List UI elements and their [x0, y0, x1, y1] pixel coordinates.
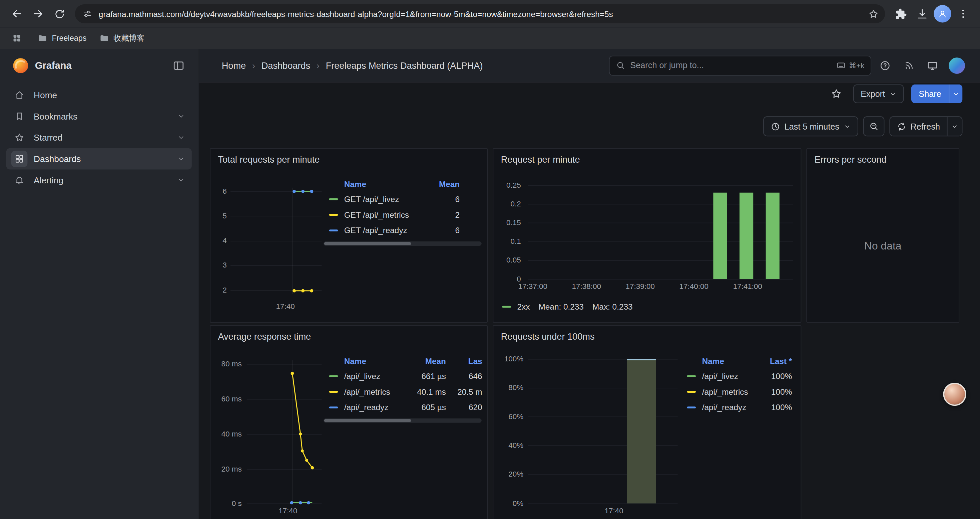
favorite-dashboard-button[interactable] [827, 85, 846, 103]
sidebar-item-home[interactable]: Home [6, 85, 192, 106]
display-button[interactable] [923, 56, 943, 75]
sidebar-item-dashboards[interactable]: Dashboards [6, 148, 192, 170]
legend-row[interactable]: GET /api/_readyz 6 [323, 223, 482, 238]
back-button[interactable] [6, 3, 28, 24]
expand-alerting-button[interactable] [173, 172, 189, 188]
breadcrumb-home[interactable]: Home [222, 61, 246, 70]
panel-title[interactable]: Errors per second [815, 155, 886, 164]
panel-title[interactable]: Total requests per minute [218, 155, 320, 164]
export-button[interactable]: Export [853, 85, 904, 103]
legend-header-name[interactable]: Name [323, 179, 366, 188]
downloads-button[interactable] [911, 3, 932, 24]
extensions-button[interactable] [890, 3, 911, 24]
legend-header-mean[interactable]: Mean [402, 356, 446, 366]
share-menu-button[interactable] [949, 85, 963, 103]
legend-header-last[interactable]: Last * [770, 356, 792, 366]
legend-row[interactable]: GET /api/_livez 6 [323, 192, 482, 207]
series-name[interactable]: /api/_livez [702, 371, 738, 381]
series-name[interactable]: GET /api/_metrics [344, 210, 409, 219]
legend-row[interactable]: /api/_livez 100% [681, 368, 792, 384]
home-icon [11, 87, 28, 103]
bar-2xx[interactable] [766, 193, 780, 279]
grafana-logo[interactable] [12, 57, 29, 74]
series-name[interactable]: /api/_readyz [702, 403, 746, 412]
series-name[interactable]: /api/_readyz [344, 403, 388, 412]
bar-under-100ms[interactable] [627, 359, 656, 504]
breadcrumb-dashboards[interactable]: Dashboards [261, 61, 310, 70]
panel-title[interactable]: Request per minute [501, 155, 580, 164]
bar-2xx[interactable] [713, 193, 727, 279]
legend-header-last[interactable]: Las [455, 356, 482, 366]
user-avatar[interactable] [949, 57, 965, 73]
expand-dashboards-button[interactable] [173, 151, 189, 167]
legend-item-2xx[interactable]: 2xx [502, 302, 530, 311]
bookmark-star-button[interactable] [865, 6, 881, 22]
expand-bookmarks-button[interactable] [173, 108, 189, 125]
y-tick: 40% [493, 442, 523, 449]
scrollbar-thumb[interactable] [324, 419, 411, 422]
zoom-out-button[interactable] [863, 116, 884, 136]
reload-icon [53, 8, 65, 20]
bookmark-folder-freeleaps[interactable]: Freeleaps [37, 33, 86, 43]
refresh-interval-button[interactable] [947, 117, 962, 136]
address-bar[interactable]: grafana.mathmast.com/d/deytv4rwavabkb/fr… [75, 4, 885, 23]
series-name[interactable]: GET /api/_readyz [344, 226, 407, 235]
scrollbar-thumb[interactable] [324, 242, 411, 245]
legend-row[interactable]: /api/_readyz 605 µs 620 [323, 400, 482, 415]
y-tick: 80% [493, 384, 523, 391]
refresh-button[interactable]: Refresh [890, 117, 947, 136]
sidebar-collapse-button[interactable] [169, 56, 188, 75]
reload-button[interactable] [49, 3, 70, 24]
panel-title[interactable]: Average response time [218, 331, 311, 341]
bell-icon [11, 172, 28, 188]
chevron-down-icon [951, 123, 958, 130]
keyboard-icon [836, 61, 846, 70]
news-button[interactable] [899, 56, 919, 75]
series-mean: 6 [455, 226, 482, 235]
bar-2xx[interactable] [740, 193, 753, 279]
legend-row[interactable]: /api/_readyz 100% [681, 400, 792, 415]
y-tick: 6 [210, 188, 227, 195]
panel-total-requests: Total requests per minute 6 5 4 3 2 [210, 148, 488, 323]
panel-avg-response-time: Average response time 80 ms 60 ms 40 ms … [210, 325, 488, 519]
legend-header-name[interactable]: Name [323, 356, 366, 366]
breadcrumb-current: Freeleaps Metrics Dashboard (ALPHA) [326, 61, 483, 70]
url-text[interactable]: grafana.mathmast.com/d/deytv4rwavabkb/fr… [99, 9, 865, 18]
panel-title[interactable]: Requests under 100ms [501, 331, 595, 341]
time-range-picker[interactable]: Last 5 minutes [763, 116, 858, 136]
series-name[interactable]: 2xx [517, 302, 530, 311]
legend-row[interactable]: /api/_metrics 40.1 ms 20.5 m [323, 384, 482, 400]
legend-row[interactable]: /api/_metrics 100% [681, 384, 792, 400]
legend-scrollbar[interactable] [323, 241, 482, 246]
series-name[interactable]: /api/_metrics [344, 387, 390, 396]
legend-row[interactable]: /api/_livez 661 µs 646 [323, 368, 482, 384]
floating-assistant-avatar[interactable] [943, 383, 966, 406]
chevron-down-icon [177, 113, 185, 120]
legend-row[interactable]: GET /api/_metrics 2 [323, 207, 482, 223]
browser-menu-button[interactable] [953, 3, 974, 24]
time-range-label: Last 5 minutes [784, 121, 839, 131]
series-name[interactable]: GET /api/_livez [344, 194, 399, 204]
sidebar-item-starred[interactable]: Starred [6, 127, 192, 148]
series-mean: 40.1 ms [402, 387, 446, 396]
sidebar-item-alerting[interactable]: Alerting [6, 169, 192, 191]
help-button[interactable] [875, 56, 895, 75]
series-name[interactable]: /api/_livez [344, 371, 380, 381]
legend-scrollbar[interactable] [323, 418, 482, 423]
share-button[interactable]: Share [911, 85, 949, 103]
legend-table: Name Mean Las /api/_livez 661 µs 646 /ap… [323, 353, 482, 415]
sidebar-item-bookmarks[interactable]: Bookmarks [6, 105, 192, 127]
expand-starred-button[interactable] [173, 129, 189, 146]
forward-button[interactable] [27, 3, 49, 24]
series-name[interactable]: /api/_metrics [702, 387, 748, 396]
apps-shortcut-button[interactable] [9, 30, 25, 46]
series-last: 100% [771, 403, 792, 412]
search-input[interactable] [630, 61, 831, 70]
star-icon [830, 88, 842, 99]
zoom-out-icon [869, 121, 878, 131]
browser-profile-button[interactable] [934, 5, 951, 22]
search-box[interactable]: ⌘+k [609, 56, 871, 75]
bookmark-folder-blog[interactable]: 收藏博客 [99, 33, 145, 43]
legend-header-mean[interactable]: Mean [439, 179, 482, 188]
legend-header-name[interactable]: Name [681, 356, 724, 366]
